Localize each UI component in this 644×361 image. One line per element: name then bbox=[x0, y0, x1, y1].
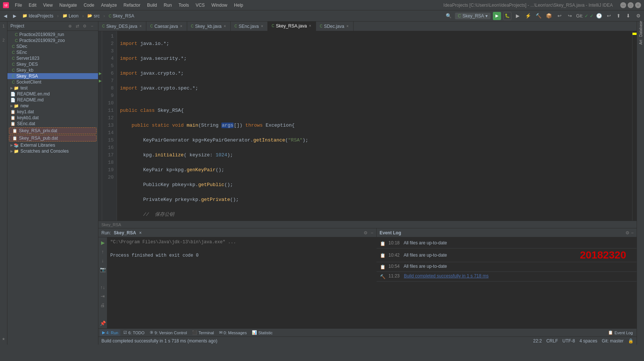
event-build-link[interactable]: Build completed successfully in 1 s 718 … bbox=[404, 273, 488, 279]
tab-caesar[interactable]: C Caesar.java × bbox=[146, 22, 187, 31]
tree-item-readme[interactable]: 📄 README.md bbox=[7, 97, 98, 103]
left-icon-structure[interactable]: 2 bbox=[1, 37, 7, 43]
tab-close-icon[interactable]: × bbox=[223, 24, 227, 28]
gutter-arrow-6[interactable]: ▶ bbox=[98, 70, 102, 77]
project-settings-icon[interactable]: ⚙ bbox=[82, 23, 88, 29]
status-indent[interactable]: 4 spaces bbox=[579, 338, 597, 344]
undo-button[interactable]: ↩ bbox=[555, 12, 563, 20]
menu-help[interactable]: Help bbox=[231, 2, 246, 9]
tool-run-button[interactable]: ▶ 4: Run bbox=[100, 329, 120, 336]
tree-item-keykb1[interactable]: 📋 keykb1.dat bbox=[7, 115, 98, 121]
tree-item-sdec[interactable]: C SDec bbox=[7, 43, 98, 49]
event-log-settings-icon[interactable]: ⚙ bbox=[625, 230, 630, 235]
run-snapshot-btn[interactable]: 📷 bbox=[99, 266, 107, 273]
tree-item-external-libraries[interactable]: ▶ 📚 External Libraries bbox=[7, 142, 98, 148]
tab-skey-des[interactable]: C Skey_DES.java × bbox=[98, 22, 146, 31]
tab-close-icon[interactable]: × bbox=[139, 24, 143, 28]
event-log-minimize-icon[interactable]: − bbox=[631, 230, 634, 235]
tree-item-practice-zoo[interactable]: C Practice20190929_zoo bbox=[7, 38, 98, 43]
maximize-button[interactable]: □ bbox=[628, 2, 634, 8]
menu-build[interactable]: Build bbox=[144, 2, 160, 9]
status-line-ending[interactable]: CRLF bbox=[546, 338, 558, 344]
tree-item-server1823[interactable]: C Server1823 bbox=[7, 55, 98, 61]
tab-close-icon[interactable]: × bbox=[260, 24, 264, 28]
tree-item-socketclient[interactable]: C SocketClient bbox=[7, 79, 98, 85]
run-clear-btn[interactable]: ↑↓ bbox=[99, 284, 107, 291]
tab-skey-rsa[interactable]: C Skey_RSA.java × bbox=[268, 22, 316, 31]
tab-close-icon[interactable]: × bbox=[179, 24, 183, 28]
run-stop-btn[interactable]: ↓ bbox=[99, 257, 107, 264]
menu-tools[interactable]: Tools bbox=[176, 2, 192, 9]
debug-button[interactable]: 🐛 bbox=[503, 12, 511, 20]
tree-item-skey-des[interactable]: C Skey_DES bbox=[7, 61, 98, 67]
tool-todo-button[interactable]: ☑ 6: TODO bbox=[121, 329, 147, 336]
left-icon-project[interactable]: 1 bbox=[1, 23, 7, 29]
project-add-icon[interactable]: ⊕ bbox=[67, 23, 73, 29]
menu-refactor[interactable]: Refactor bbox=[121, 2, 143, 9]
menu-view[interactable]: View bbox=[40, 2, 56, 9]
tree-item-test[interactable]: ▶ 📁 test bbox=[7, 85, 98, 91]
run-button[interactable]: ▶ bbox=[493, 12, 501, 20]
tree-item-key1[interactable]: 📋 key1.dat bbox=[7, 109, 98, 115]
tree-item-rsa-pub[interactable]: 📋 Skey_RSA_pub.dat bbox=[9, 135, 97, 142]
tree-item-senc[interactable]: C SEnc bbox=[7, 49, 98, 55]
tree-item-skey-rsa[interactable]: C Skey_RSA bbox=[7, 73, 98, 79]
close-button[interactable]: × bbox=[635, 2, 641, 8]
status-position[interactable]: 22:2 bbox=[533, 338, 542, 344]
tool-terminal-button[interactable]: ⬛ Terminal bbox=[190, 329, 216, 336]
git-push-button[interactable]: ⬆ bbox=[614, 12, 622, 20]
menu-vcs[interactable]: VCS bbox=[193, 2, 208, 9]
nav-src[interactable]: 📂 src bbox=[85, 13, 102, 19]
git-checkmark-1[interactable]: ✓ bbox=[585, 13, 588, 19]
toolbar-search-btn[interactable]: 🔍 bbox=[445, 12, 453, 20]
tree-item-readme-en[interactable]: 📄 README.en.md bbox=[7, 91, 98, 97]
run-play-btn[interactable]: ▶ bbox=[99, 239, 107, 246]
tree-item-rsa-priv[interactable]: 📋 Skey_RSA_priv.dat bbox=[9, 127, 97, 134]
tab-close-icon[interactable]: × bbox=[346, 24, 349, 28]
tool-event-log-button[interactable]: 📋 Event Log bbox=[606, 329, 635, 336]
gutter-arrow-7[interactable]: ▶ bbox=[98, 77, 102, 85]
nav-skey-rsa[interactable]: C Skey_RSA bbox=[106, 13, 136, 19]
menu-edit[interactable]: Edit bbox=[26, 2, 39, 9]
minimize-button[interactable]: — bbox=[620, 2, 626, 8]
build-artifacts-button[interactable]: 📦 bbox=[545, 12, 553, 20]
run-wrap-btn[interactable]: ⇥ bbox=[99, 293, 107, 300]
right-icon-art[interactable]: Art bbox=[638, 39, 644, 45]
tree-item-scratches[interactable]: ▶ 📁 Scratches and Consoles bbox=[7, 148, 98, 154]
settings-button[interactable]: ⚙ bbox=[634, 12, 643, 20]
tool-messages-button[interactable]: ✉ 0: Messages bbox=[217, 329, 249, 336]
right-icon-database[interactable]: Database bbox=[638, 26, 644, 32]
status-git[interactable]: Git: master bbox=[602, 338, 624, 344]
nav-leon[interactable]: 📁 Leon bbox=[60, 13, 81, 19]
tab-skey-kb[interactable]: C Skey_kb.java × bbox=[187, 22, 231, 31]
git-checkmark-2[interactable]: ✓ bbox=[590, 13, 593, 19]
git-pull-button[interactable]: ⬇ bbox=[624, 12, 632, 20]
menu-code[interactable]: Code bbox=[81, 2, 97, 9]
run-rerun-btn[interactable]: ↑ bbox=[99, 248, 107, 255]
run-print-btn[interactable]: 🖨 bbox=[99, 302, 107, 309]
menu-run[interactable]: Run bbox=[161, 2, 175, 9]
menu-navigate[interactable]: Navigate bbox=[56, 2, 80, 9]
tree-item-practice-run[interactable]: C Practice20190929_run bbox=[7, 32, 98, 38]
code-content[interactable]: import java.io.*; import java.security.*… bbox=[117, 31, 632, 221]
left-icon-favorites[interactable]: ★ bbox=[1, 336, 7, 342]
git-rollback-button[interactable]: ↩ bbox=[605, 12, 613, 20]
build-button[interactable]: 🔨 bbox=[534, 12, 543, 20]
status-lock-icon[interactable]: 🔒 bbox=[628, 338, 634, 344]
run-pin-btn[interactable]: 📌 bbox=[99, 319, 107, 327]
menu-window[interactable]: Window bbox=[208, 2, 230, 9]
menu-analyze[interactable]: Analyze bbox=[98, 2, 120, 9]
tool-vcs-button[interactable]: ⑨ 9: Version Control bbox=[147, 329, 189, 336]
tab-sdec[interactable]: C SDec.java × bbox=[316, 22, 354, 31]
tree-item-senc-dat[interactable]: 📋 SEnc.dat bbox=[7, 121, 98, 127]
menu-file[interactable]: File bbox=[12, 2, 25, 9]
nav-ideaprojects[interactable]: 📁 IdeaProjects bbox=[20, 13, 56, 19]
tree-item-skey-kb[interactable]: C Skey_kb bbox=[7, 67, 98, 73]
profile-button[interactable]: ⚡ bbox=[524, 12, 532, 20]
redo-button[interactable]: ↪ bbox=[566, 12, 574, 20]
tab-senc[interactable]: C SEnc.java × bbox=[231, 22, 268, 31]
project-sync-icon[interactable]: ⇄ bbox=[74, 23, 80, 29]
tree-item-new[interactable]: ▶ 📁 new bbox=[7, 103, 98, 109]
coverage-button[interactable]: ▶ bbox=[514, 12, 522, 20]
run-minimize-btn[interactable]: − bbox=[371, 230, 373, 235]
